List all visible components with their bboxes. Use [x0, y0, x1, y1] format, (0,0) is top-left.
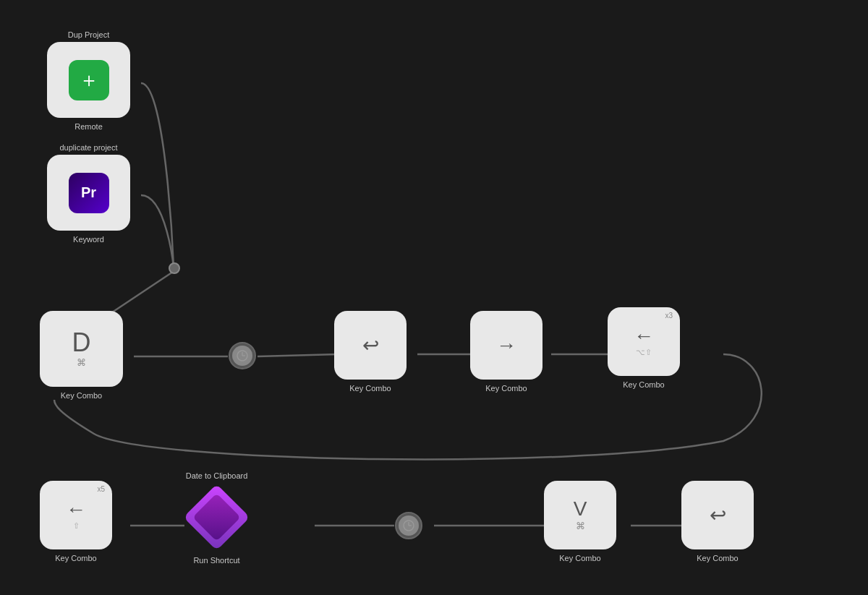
duplicate-project-box[interactable]: Pr — [47, 155, 130, 231]
timer-inner-1 — [232, 346, 252, 366]
run-shortcut-label: Run Shortcut — [193, 556, 239, 565]
timer-node-1 — [229, 342, 256, 369]
key-combo-v-node[interactable]: V ⌘ Key Combo — [544, 481, 616, 562]
key-combo-left-x5-node[interactable]: x5 ← ⇧ Key Combo — [40, 481, 112, 562]
dup-project-node[interactable]: Dup Project ＋ Remote — [47, 30, 130, 131]
diamond-svg — [182, 483, 251, 552]
key-combo-return1-node[interactable]: ↩ Key Combo — [334, 311, 407, 393]
duplicate-project-node[interactable]: duplicate project Pr Keyword — [47, 143, 130, 244]
repeat-x3-badge: x3 — [665, 312, 673, 320]
run-shortcut-box[interactable] — [182, 483, 251, 552]
merge-dot — [169, 262, 180, 274]
key-combo-d-node[interactable]: D ⌘ Key Combo — [40, 311, 123, 400]
clock-icon-2 — [402, 519, 415, 532]
key-combo-v-label: Key Combo — [559, 554, 600, 562]
remote-icon: ＋ — [69, 60, 109, 100]
key-combo-left-x3-node[interactable]: x3 ← ⌥⇧ Key Combo — [608, 307, 680, 389]
key-combo-left-x3-label: Key Combo — [623, 380, 664, 389]
key-combo-return2-node[interactable]: ↩ Key Combo — [681, 481, 754, 562]
clock-icon-1 — [236, 349, 249, 362]
key-left-x3-modifier: ⌥⇧ — [636, 348, 652, 357]
key-combo-d-label: Key Combo — [61, 391, 102, 400]
timer-circle-2 — [395, 512, 422, 539]
key-combo-return2-label: Key Combo — [697, 554, 738, 562]
key-combo-return2-box[interactable]: ↩ — [681, 481, 754, 549]
key-combo-left-x5-box[interactable]: x5 ← ⇧ — [40, 481, 112, 549]
key-return2-symbol: ↩ — [710, 505, 726, 526]
run-shortcut-node[interactable]: Date to Clipboard Run Shortcut — [182, 471, 251, 565]
key-v-modifier: ⌘ — [576, 521, 585, 531]
key-combo-return1-box[interactable]: ↩ — [334, 311, 407, 380]
premiere-icon: Pr — [69, 173, 109, 213]
dup-project-label: Remote — [75, 122, 103, 131]
duplicate-project-title: duplicate project — [59, 143, 117, 152]
key-combo-right-box[interactable]: → — [470, 311, 542, 380]
key-combo-right-node[interactable]: → Key Combo — [470, 311, 542, 393]
key-v-symbol: V — [574, 499, 587, 519]
key-combo-d-box[interactable]: D ⌘ — [40, 311, 123, 387]
key-d-symbol: D — [72, 330, 91, 356]
key-return1-symbol: ↩ — [362, 335, 379, 356]
key-combo-left-x3-box[interactable]: x3 ← ⌥⇧ — [608, 307, 680, 376]
run-shortcut-title: Date to Clipboard — [186, 471, 248, 480]
repeat-x5-badge: x5 — [97, 485, 105, 493]
key-left-x3-symbol: ← — [634, 326, 654, 346]
key-combo-v-box[interactable]: V ⌘ — [544, 481, 616, 549]
key-combo-right-label: Key Combo — [485, 384, 527, 393]
timer-circle-1 — [229, 342, 256, 369]
key-combo-return1-label: Key Combo — [349, 384, 391, 393]
timer-node-2 — [395, 512, 422, 539]
timer-inner-2 — [399, 515, 419, 536]
key-left-x5-modifier: ⇧ — [73, 521, 80, 531]
dup-project-box[interactable]: ＋ — [47, 42, 130, 118]
key-combo-left-x5-label: Key Combo — [55, 554, 96, 562]
key-right-symbol: → — [496, 335, 516, 356]
svg-rect-4 — [192, 493, 240, 541]
duplicate-project-label: Keyword — [73, 235, 104, 244]
key-d-modifier: ⌘ — [77, 357, 86, 368]
key-left-x5-symbol: ← — [66, 500, 86, 520]
dup-project-title: Dup Project — [68, 30, 109, 39]
